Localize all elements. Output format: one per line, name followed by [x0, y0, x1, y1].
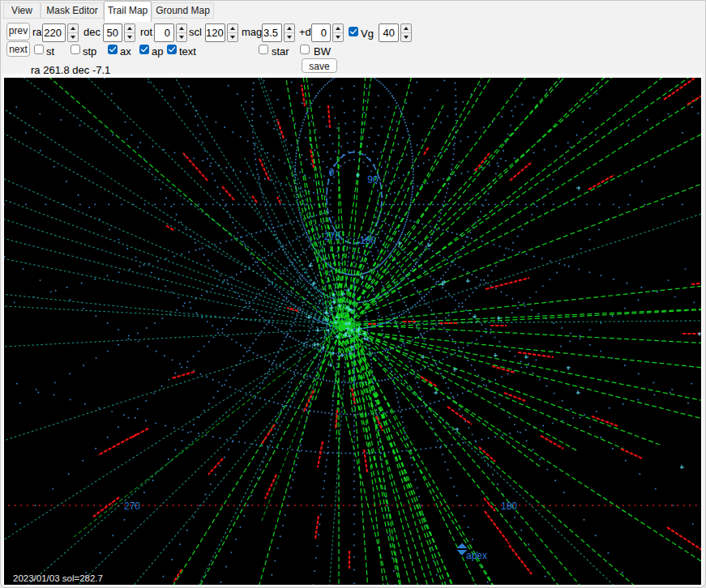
svg-text:270: 270	[124, 501, 140, 512]
svg-text:2023/01/03 sol=282.7: 2023/01/03 sol=282.7	[13, 573, 103, 583]
svg-text:90: 90	[367, 174, 379, 185]
svg-text:270: 270	[324, 231, 340, 242]
svg-text:apex: apex	[466, 550, 487, 561]
svg-text:0: 0	[329, 167, 335, 178]
svg-text:180: 180	[501, 501, 517, 512]
svg-text:180: 180	[360, 235, 376, 246]
